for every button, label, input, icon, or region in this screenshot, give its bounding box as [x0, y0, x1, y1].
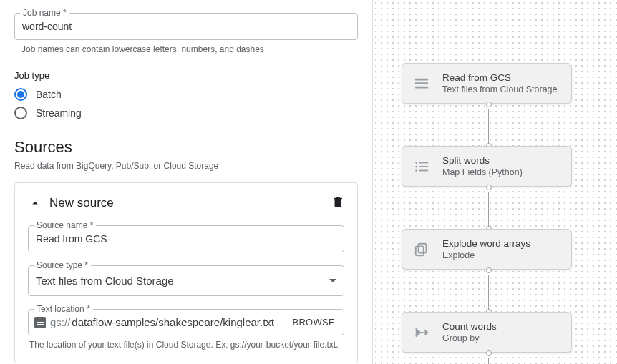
- caret-down-icon: [329, 279, 336, 282]
- svg-rect-9: [418, 243, 426, 252]
- pipeline-node-count[interactable]: Count words Group by: [402, 312, 572, 353]
- svg-point-3: [415, 162, 417, 164]
- node-title: Count words: [442, 321, 497, 332]
- text-location-helper: The location of your text file(s) in Clo…: [29, 340, 344, 350]
- connector-line: [488, 358, 489, 364]
- connector-line: [488, 192, 489, 227]
- connector-line: [488, 109, 489, 144]
- node-title: Read from GCS: [442, 72, 558, 83]
- job-name-helper: Job names can contain lowercase letters,…: [21, 44, 358, 54]
- merge-icon: [412, 325, 431, 340]
- job-name-label: Job name *: [20, 8, 69, 18]
- source-type-label: Source type *: [34, 260, 91, 270]
- source-card-title: New source: [49, 196, 331, 210]
- pipeline-node-read[interactable]: Read from GCS Text files from Cloud Stor…: [402, 63, 572, 104]
- radio-unchecked-icon: [14, 107, 27, 119]
- pipeline-canvas[interactable]: Read from GCS Text files from Cloud Stor…: [372, 0, 617, 364]
- text-location-input[interactable]: [72, 316, 289, 328]
- job-type-batch[interactable]: Batch: [14, 88, 358, 101]
- source-card: New source Source name * Source type * T…: [14, 182, 358, 363]
- node-sub: Group by: [442, 333, 497, 343]
- batch-label: Batch: [36, 89, 62, 100]
- job-type-label: Job type: [14, 70, 358, 81]
- node-sub: Explode: [442, 250, 530, 260]
- sources-sub: Read data from BigQuery, Pub/Sub, or Clo…: [14, 161, 358, 171]
- file-icon: [34, 317, 46, 328]
- connector-line: [488, 275, 489, 310]
- connector-dot: [486, 350, 492, 356]
- svg-rect-6: [419, 166, 428, 167]
- pipeline-node-explode[interactable]: Explode word arrays Explode: [402, 229, 572, 270]
- node-sub: Text files from Cloud Storage: [442, 84, 558, 94]
- sources-heading: Sources: [14, 138, 358, 157]
- delete-source-button[interactable]: [331, 195, 344, 211]
- pipeline-node-split[interactable]: Split words Map Fields (Python): [402, 146, 572, 187]
- browse-button[interactable]: BROWSE: [289, 317, 338, 328]
- svg-rect-0: [415, 78, 428, 80]
- node-title: Split words: [442, 155, 523, 166]
- gs-prefix: gs://: [50, 316, 70, 328]
- source-type-value: Text files from Cloud Storage: [36, 275, 174, 287]
- svg-rect-10: [416, 246, 424, 255]
- storage-icon: [412, 76, 431, 92]
- job-type-streaming[interactable]: Streaming: [14, 107, 358, 119]
- list-icon: [412, 159, 431, 174]
- collapse-icon[interactable]: [28, 197, 42, 210]
- svg-point-5: [415, 165, 417, 167]
- connector-dot: [486, 102, 492, 107]
- node-sub: Map Fields (Python): [442, 167, 523, 177]
- svg-rect-4: [419, 162, 428, 163]
- source-name-label: Source name *: [34, 220, 96, 230]
- text-location-label: Text location *: [34, 304, 93, 314]
- radio-checked-icon: [14, 88, 27, 101]
- svg-rect-8: [419, 169, 428, 171]
- copy-icon: [412, 242, 431, 257]
- connector-dot: [486, 267, 492, 273]
- svg-rect-1: [415, 82, 428, 84]
- node-title: Explode word arrays: [442, 238, 530, 249]
- streaming-label: Streaming: [36, 107, 82, 119]
- svg-point-7: [415, 169, 417, 172]
- svg-rect-2: [415, 86, 428, 88]
- connector-dot: [486, 185, 492, 190]
